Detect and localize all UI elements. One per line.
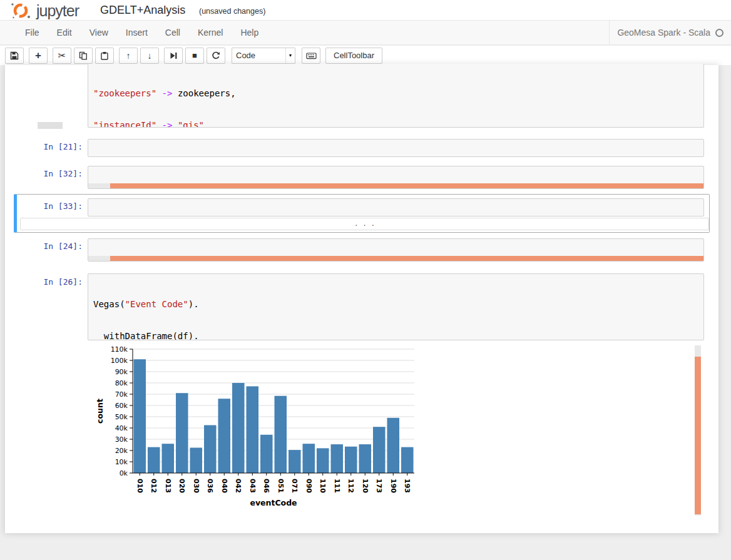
svg-text:120: 120 xyxy=(361,479,369,493)
scrollbar-thumb[interactable] xyxy=(110,256,703,261)
svg-text:10k: 10k xyxy=(115,458,128,466)
code-cell-input-21[interactable]: val fs = ds.getFeatureSource("gdelt") xyxy=(88,139,704,157)
menu-items: File Edit View Insert Cell Kernel Help xyxy=(16,21,267,44)
svg-text:043: 043 xyxy=(248,479,257,493)
svg-text:051: 051 xyxy=(277,479,285,493)
code-cell-input-33[interactable]: L.show(sf.map { p => L.Circle(p.getX, p.… xyxy=(88,198,704,216)
code-cell-input-32[interactable]: . sf = fs.getFeatures().features.take(10… xyxy=(88,166,704,189)
horizontal-scrollbar[interactable] xyxy=(88,183,703,188)
logo-text: jupyter xyxy=(36,2,79,20)
svg-text:count: count xyxy=(95,399,105,424)
menubar: File Edit View Insert Cell Kernel Help G… xyxy=(0,20,731,45)
paste-cell-button[interactable] xyxy=(95,48,114,64)
svg-text:110: 110 xyxy=(319,479,327,493)
keyboard-icon xyxy=(306,51,317,60)
svg-text:70k: 70k xyxy=(115,390,128,399)
cell-type-value: Code xyxy=(232,51,255,60)
svg-text:012: 012 xyxy=(150,479,158,493)
save-status: (unsaved changes) xyxy=(199,7,265,16)
notebook-area: "zookeepers" -> zookeepers, "instanceId"… xyxy=(5,65,718,533)
svg-text:090: 090 xyxy=(305,479,313,493)
menu-edit[interactable]: Edit xyxy=(48,21,81,44)
scrollbar-thumb[interactable] xyxy=(38,122,63,129)
svg-text:071: 071 xyxy=(290,479,299,493)
bar-chart: 0k10k20k30k40k50k60k70k80k90k100k110k010… xyxy=(94,343,432,511)
kernel-indicator: GeoMesa Spark - Scala xyxy=(609,21,723,44)
copy-icon xyxy=(79,51,88,60)
collapsed-output[interactable]: . . . xyxy=(20,218,709,230)
svg-text:40k: 40k xyxy=(115,424,128,432)
menu-cell[interactable]: Cell xyxy=(156,21,189,44)
code-cell-input-24[interactable]: val df = spark.sql("select eventCode,cou… xyxy=(88,238,704,262)
code-line: "instanceId" -> "gis", xyxy=(93,120,698,128)
arrow-up-icon: ↑ xyxy=(126,51,131,60)
input-prompt: In [32]: xyxy=(5,169,83,178)
svg-text:193: 193 xyxy=(403,479,411,493)
kernel-idle-icon xyxy=(715,29,723,37)
menu-insert[interactable]: Insert xyxy=(117,21,156,44)
menu-help[interactable]: Help xyxy=(232,21,267,44)
interrupt-kernel-button[interactable]: ■ xyxy=(185,48,204,64)
svg-text:190: 190 xyxy=(389,479,397,493)
svg-text:50k: 50k xyxy=(115,413,128,421)
svg-text:010: 010 xyxy=(136,479,144,493)
select-dropdown-arrow-icon: ▼ xyxy=(285,48,295,63)
restart-icon xyxy=(212,51,220,60)
svg-text:036: 036 xyxy=(206,479,214,493)
menu-file[interactable]: File xyxy=(16,21,48,44)
jupyter-logo[interactable]: jupyter xyxy=(8,1,79,20)
code-cell-input-26[interactable]: Vegas("Event Code"). withDataFrame(df). … xyxy=(88,273,704,340)
input-prompt: In [33]: xyxy=(5,201,83,211)
code-line: "zookeepers" -> zookeepers, xyxy=(93,88,698,99)
svg-text:90k: 90k xyxy=(115,368,128,376)
svg-text:173: 173 xyxy=(375,479,383,493)
move-cell-up-button[interactable]: ↑ xyxy=(119,48,138,64)
cell-type-select[interactable]: Code ▼ xyxy=(232,48,295,64)
svg-text:013: 013 xyxy=(164,479,172,493)
vertical-scrollbar[interactable] xyxy=(695,345,701,516)
add-cell-button[interactable]: + xyxy=(29,48,48,64)
copy-cell-button[interactable] xyxy=(74,48,93,64)
menu-view[interactable]: View xyxy=(81,21,117,44)
cell-output-chart: 0k10k20k30k40k50k60k70k80k90k100k110k010… xyxy=(94,343,432,513)
svg-text:eventCode: eventCode xyxy=(250,498,297,507)
celltoolbar-button[interactable]: CellToolbar xyxy=(325,48,382,64)
svg-text:20k: 20k xyxy=(115,447,128,455)
paste-icon xyxy=(100,51,109,60)
run-icon xyxy=(169,51,178,60)
code-line: withDataFrame(df). xyxy=(93,331,698,340)
notebook-header: jupyter GDELT+Analysis (unsaved changes) xyxy=(0,0,731,20)
svg-text:110k: 110k xyxy=(111,345,128,354)
input-prompt: In [26]: xyxy=(5,277,83,287)
input-prompt: In [21]: xyxy=(5,142,83,151)
add-cell-icon: + xyxy=(35,50,41,61)
cut-icon: ✂ xyxy=(58,51,66,60)
save-icon xyxy=(10,51,19,60)
stop-icon: ■ xyxy=(192,51,197,59)
jupyter-logo-icon xyxy=(8,1,35,20)
code-line: Vegas("Event Code"). xyxy=(93,299,698,310)
scrollbar-thumb[interactable] xyxy=(110,183,703,188)
code-cell-input-truncated[interactable]: "zookeepers" -> zookeepers, "instanceId"… xyxy=(88,64,704,128)
arrow-down-icon: ↓ xyxy=(148,51,152,60)
svg-text:100k: 100k xyxy=(111,357,128,365)
svg-text:040: 040 xyxy=(220,479,228,493)
move-cell-down-button[interactable]: ↓ xyxy=(140,48,159,64)
save-button[interactable] xyxy=(5,48,24,64)
menu-kernel[interactable]: Kernel xyxy=(189,21,232,44)
svg-text:0k: 0k xyxy=(120,469,128,477)
command-palette-button[interactable] xyxy=(302,48,320,64)
notebook-title[interactable]: GDELT+Analysis xyxy=(100,4,185,17)
svg-text:60k: 60k xyxy=(115,402,128,410)
svg-text:112: 112 xyxy=(347,479,355,493)
svg-text:80k: 80k xyxy=(115,379,128,387)
run-cell-button[interactable] xyxy=(164,48,183,64)
restart-kernel-button[interactable] xyxy=(207,48,225,64)
toolbar: + ✂ ↑ ↓ ■ xyxy=(0,46,731,65)
scrollbar-thumb[interactable] xyxy=(695,357,701,514)
svg-text:030: 030 xyxy=(192,479,200,493)
svg-text:042: 042 xyxy=(234,479,242,493)
svg-text:30k: 30k xyxy=(115,435,128,444)
cut-cell-button[interactable]: ✂ xyxy=(53,48,71,64)
horizontal-scrollbar[interactable] xyxy=(88,256,703,261)
